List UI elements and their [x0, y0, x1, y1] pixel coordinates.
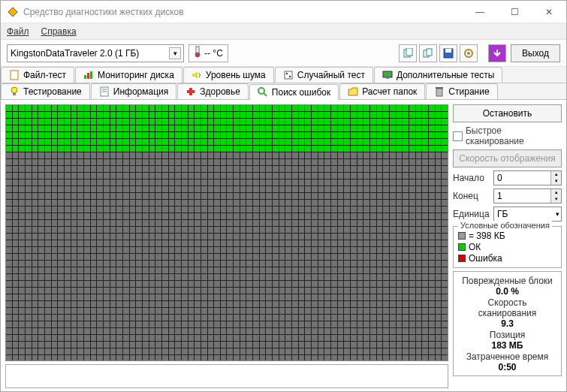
- document-icon: [9, 70, 20, 80]
- dice-icon: [283, 70, 294, 80]
- end-input[interactable]: 1 ▴▾: [493, 188, 562, 204]
- tab-row-1: Файл-тест Мониторинг диска Уровень шума …: [1, 67, 566, 83]
- toolbar: KingstonDataTraveler 2.0 (1 ГБ) ▾ -- °C …: [1, 40, 566, 67]
- tab-folders[interactable]: Расчет папок: [339, 83, 425, 99]
- menu-file[interactable]: Файл: [7, 26, 29, 37]
- quick-scan-checkbox[interactable]: Быстрое сканирование: [453, 125, 562, 146]
- svg-marker-15: [192, 71, 198, 79]
- unit-select[interactable]: ГБ ▾: [493, 207, 562, 222]
- end-label: Конец: [453, 191, 490, 201]
- chart-icon: [83, 70, 94, 80]
- spinner-icon[interactable]: ▴▾: [550, 171, 561, 185]
- tab-disk-monitor[interactable]: Мониторинг диска: [75, 67, 182, 83]
- svg-rect-6: [427, 49, 432, 56]
- checkbox-icon: [453, 131, 463, 141]
- tab-row-2: Тестирование Информация Здоровье Поиск о…: [1, 83, 566, 100]
- svg-rect-16: [285, 71, 292, 79]
- start-label: Начало: [453, 173, 490, 183]
- svg-rect-12: [84, 75, 86, 79]
- folder-icon: [348, 86, 358, 97]
- copy-icon[interactable]: [399, 44, 417, 62]
- exit-button[interactable]: Выход: [511, 44, 560, 62]
- minimize-button[interactable]: —: [463, 1, 497, 23]
- tab-info[interactable]: Информация: [91, 83, 176, 99]
- download-icon[interactable]: [488, 44, 506, 62]
- temperature-display: -- °C: [188, 44, 228, 62]
- spinner-icon[interactable]: ▴▾: [550, 189, 561, 203]
- window-controls: — ☐ ✕: [463, 1, 566, 23]
- unit-label: Единица: [453, 209, 490, 219]
- temperature-value: -- °C: [204, 48, 223, 59]
- main-content: Остановить Быстрое сканирование Скорость…: [1, 100, 566, 392]
- svg-rect-11: [11, 71, 18, 80]
- duplicate-icon[interactable]: [419, 44, 437, 62]
- tab-file-test[interactable]: Файл-тест: [1, 67, 74, 83]
- stop-button[interactable]: Остановить: [453, 104, 562, 122]
- device-select[interactable]: KingstonDataTraveler 2.0 (1 ГБ) ▾: [7, 44, 184, 62]
- svg-rect-8: [445, 49, 451, 53]
- tab-random[interactable]: Случайный тест: [275, 67, 373, 83]
- tab-health[interactable]: Здоровье: [177, 83, 249, 99]
- tab-erase[interactable]: Стирание: [426, 83, 497, 99]
- ok-swatch: [458, 243, 466, 251]
- window-title: Средство диагностики жестких дисков: [23, 7, 463, 17]
- thermometer-icon: [194, 46, 201, 60]
- svg-rect-30: [436, 89, 442, 96]
- toolbar-icons: [399, 44, 478, 62]
- tab-testing[interactable]: Тестирование: [1, 83, 90, 99]
- close-button[interactable]: ✕: [532, 1, 566, 23]
- svg-point-2: [195, 53, 200, 57]
- menu-help[interactable]: Справка: [41, 26, 77, 37]
- refresh-speed-button: Скорость отображения: [453, 149, 562, 167]
- svg-point-18: [289, 76, 291, 77]
- app-icon: [7, 6, 19, 18]
- block-swatch: [458, 232, 466, 240]
- svg-rect-31: [436, 87, 443, 89]
- gear-icon[interactable]: [460, 44, 478, 62]
- svg-rect-22: [13, 93, 16, 95]
- svg-rect-13: [87, 73, 89, 79]
- speaker-icon: [192, 70, 202, 80]
- svg-rect-14: [90, 71, 92, 79]
- svg-point-21: [11, 87, 17, 93]
- trash-icon: [434, 86, 445, 97]
- device-select-value: KingstonDataTraveler 2.0 (1 ГБ): [11, 48, 139, 59]
- chevron-down-icon: ▾: [556, 210, 559, 218]
- svg-rect-4: [406, 48, 412, 56]
- tab-extra[interactable]: Дополнительные тесты: [374, 67, 502, 83]
- tab-noise[interactable]: Уровень шума: [183, 67, 274, 83]
- error-swatch: [458, 255, 466, 262]
- monitor-icon: [382, 70, 393, 80]
- tab-error-search[interactable]: Поиск ошибок: [249, 84, 339, 100]
- sector-map: [5, 104, 448, 361]
- legend-box: Условные обозначения = 398 КБ ОК Ошибка: [453, 226, 562, 268]
- save-icon[interactable]: [439, 44, 457, 62]
- start-input[interactable]: 0 ▴▾: [493, 170, 562, 185]
- maximize-button[interactable]: ☐: [497, 1, 532, 23]
- svg-rect-20: [386, 77, 389, 79]
- menubar: Файл Справка: [1, 23, 566, 40]
- svg-line-29: [264, 93, 267, 96]
- control-panel: Остановить Быстрое сканирование Скорость…: [453, 104, 562, 388]
- svg-marker-0: [8, 8, 17, 17]
- status-bar: [5, 364, 448, 388]
- magnifier-icon: [258, 87, 268, 98]
- report-icon: [99, 86, 110, 97]
- titlebar: Средство диагностики жестких дисков — ☐ …: [1, 1, 566, 23]
- svg-rect-19: [383, 71, 392, 77]
- stats-box: Поврежденные блоки 0.0 % Скорость сканир…: [453, 271, 562, 376]
- bulb-icon: [9, 86, 20, 97]
- health-icon: [185, 86, 196, 97]
- svg-point-28: [258, 88, 264, 94]
- chevron-down-icon: ▾: [169, 47, 181, 59]
- svg-point-10: [467, 52, 470, 55]
- svg-rect-27: [187, 90, 195, 93]
- svg-point-17: [286, 73, 288, 74]
